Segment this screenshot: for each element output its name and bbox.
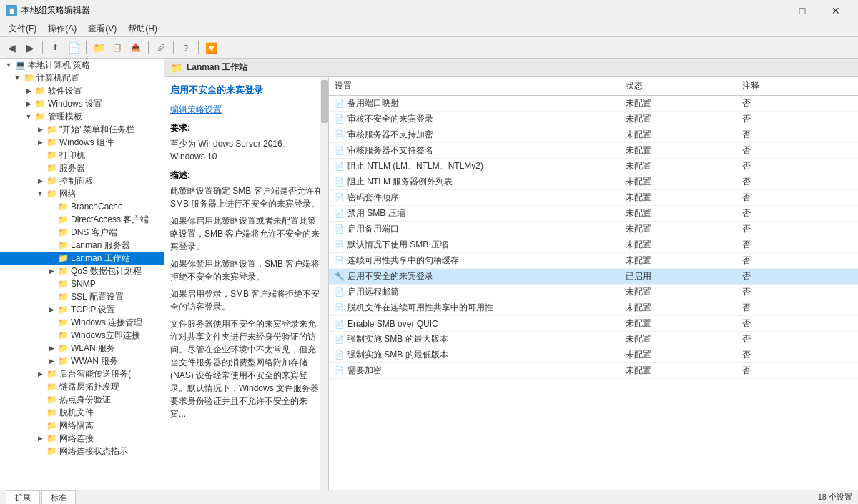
tree-wwan[interactable]: ▶ 📁 WWAN 服务 <box>0 355 164 367</box>
toolbar-filter[interactable]: 🔽 <box>202 39 220 56</box>
row-icon: 📄 <box>335 224 347 234</box>
toolbar-copy[interactable]: 📋 <box>109 39 126 56</box>
tree-link-layer[interactable]: 📁 链路层拓扑发现 <box>0 380 164 393</box>
toolbar-separator-5 <box>198 41 199 54</box>
folder-icon-da: 📁 <box>57 214 69 224</box>
tree-windows-settings[interactable]: ▶ 📁 Windows 设置 <box>0 97 164 110</box>
content-area: 📁 Lanman 工作站 启用不安全的来宾登录 编辑策略设置 要求: 至少为 W… <box>164 59 858 490</box>
tree-ssl-label: SSL 配置设置 <box>71 291 124 303</box>
tree-lanman-workstation[interactable]: 📁 Lanman 工作站 <box>0 252 164 265</box>
toolbar-export[interactable]: 📤 <box>127 39 144 56</box>
tree-admin-templates[interactable]: ▼ 📁 管理模板 <box>0 110 164 123</box>
tree-network-connections[interactable]: ▶ 📁 网络连接 <box>0 432 164 445</box>
menu-action[interactable]: 操作(A) <box>42 21 82 36</box>
table-row[interactable]: 📄审核服务器不支持签名 未配置 否 <box>329 143 858 159</box>
tree-computer-config-label: 计算机配置 <box>36 72 79 84</box>
row-icon: 📄 <box>335 145 347 155</box>
tab-expand[interactable]: 扩展 <box>6 490 40 505</box>
toolbar-help[interactable]: ? <box>177 39 194 56</box>
table-row[interactable]: 📄脱机文件在连续可用性共享中的可用性 未配置 否 <box>329 300 858 316</box>
table-row[interactable]: 📄强制实施 SMB 的最低版本 未配置 否 <box>329 347 858 363</box>
table-row[interactable]: 📄审核不安全的来宾登录 未配置 否 <box>329 112 858 127</box>
row-note: 否 <box>736 253 858 269</box>
desc-scrollbar[interactable] <box>320 77 328 490</box>
toolbar-back[interactable]: ◀ <box>3 39 20 56</box>
row-icon: 📄 <box>335 319 347 329</box>
col-header-status[interactable]: 状态 <box>620 77 736 96</box>
menu-help[interactable]: 帮助(H) <box>122 21 163 36</box>
toolbar-forward[interactable]: ▶ <box>21 39 39 56</box>
tree-bg-intelligent-label: 后台智能传送服务( <box>59 368 131 380</box>
row-note: 否 <box>736 363 858 379</box>
toolbar-doc[interactable]: 📄 <box>65 39 82 56</box>
tree-software-settings[interactable]: ▶ 📁 软件设置 <box>0 84 164 97</box>
table-row[interactable]: 📄禁用 SMB 压缩 未配置 否 <box>329 206 858 222</box>
folder-icon-cc: 📁 <box>23 73 34 83</box>
tree-hotspot-auth[interactable]: 📁 热点身份验证 <box>0 393 164 406</box>
table-row[interactable]: 📄默认情况下使用 SMB 压缩 未配置 否 <box>329 237 858 253</box>
tree-windows-components[interactable]: ▶ 📁 Windows 组件 <box>0 136 164 149</box>
tab-standard[interactable]: 标准 <box>41 490 76 505</box>
row-icon: 📄 <box>335 302 347 312</box>
desc-label: 描述: <box>170 169 322 182</box>
tree-windows-conn-mgr[interactable]: 📁 Windows 连接管理 <box>0 316 164 329</box>
toolbar-props[interactable]: 🖊 <box>152 39 169 56</box>
tree-computer-config[interactable]: ▼ 📁 计算机配置 <box>0 71 164 84</box>
table-row[interactable]: 📄备用端口映射 未配置 否 <box>329 96 858 112</box>
tree-start-menu[interactable]: ▶ 📁 "开始"菜单和任务栏 <box>0 123 164 136</box>
table-row[interactable]: 📄连续可用性共享中的句柄缓存 未配置 否 <box>329 253 858 269</box>
tree-offline-files[interactable]: 📁 脱机文件 <box>0 406 164 419</box>
tree-wlan[interactable]: ▶ 📁 WLAN 服务 <box>0 342 164 355</box>
tree-printer-label: 打印机 <box>59 149 85 162</box>
row-name: 连续可用性共享中的句柄缓存 <box>347 255 459 265</box>
expand-icon-qos: ▶ <box>46 267 57 275</box>
toolbar-folder[interactable]: 📁 <box>90 39 107 56</box>
settings-count: 18 个设置 <box>818 492 852 503</box>
policy-settings-link[interactable]: 编辑策略设置 <box>170 104 222 114</box>
table-row[interactable]: 📄需要加密 未配置 否 <box>329 363 858 379</box>
table-row[interactable]: 📄阻止 NTLM (LM、NTLM、NTLMv2) 未配置 否 <box>329 159 858 174</box>
row-icon: 📄 <box>335 177 347 187</box>
table-row[interactable]: 🔧启用不安全的来宾登录 已启用 否 <box>329 269 858 285</box>
row-name: 备用端口映射 <box>347 98 399 108</box>
tree-direct-access[interactable]: 📁 DirectAccess 客户端 <box>0 213 164 226</box>
tree-lanman-server[interactable]: 📁 Lanman 服务器 <box>0 239 164 252</box>
expand-icon-wwan: ▶ <box>46 357 57 365</box>
tree-network-label: 网络 <box>59 188 77 200</box>
table-row[interactable]: 📄启用备用端口 未配置 否 <box>329 222 858 237</box>
toolbar-up[interactable]: ⬆ <box>46 39 64 56</box>
maximize-button[interactable]: □ <box>786 0 819 21</box>
table-row[interactable]: 📄强制实施 SMB 的最大版本 未配置 否 <box>329 332 858 347</box>
tree-dns-client[interactable]: 📁 DNS 客户端 <box>0 226 164 239</box>
tree-network[interactable]: ▼ 📁 网络 <box>0 187 164 200</box>
menu-view[interactable]: 查看(V) <box>82 21 122 36</box>
row-status: 未配置 <box>620 253 736 269</box>
col-header-setting[interactable]: 设置 <box>329 77 620 96</box>
folder-icon-wcm: 📁 <box>57 317 69 327</box>
tree-snmp[interactable]: 📁 SNMP <box>0 277 164 290</box>
table-row[interactable]: 📄阻止 NTLM 服务器例外列表 未配置 否 <box>329 174 858 190</box>
tree-network-conn-status[interactable]: 📁 网络连接状态指示 <box>0 445 164 458</box>
tree-tcpip[interactable]: ▶ 📁 TCPIP 设置 <box>0 303 164 316</box>
table-row[interactable]: 📄Enable SMB over QUIC 未配置 否 <box>329 316 858 332</box>
tree-ssl[interactable]: 📁 SSL 配置设置 <box>0 290 164 303</box>
settings-panel[interactable]: 设置 状态 注释 📄备用端口映射 未配置 否 📄审核 <box>329 77 858 490</box>
table-row[interactable]: 📄启用远程邮筒 未配置 否 <box>329 285 858 300</box>
tree-network-conn-status-label: 网络连接状态指示 <box>59 445 128 458</box>
tree-branch-cache[interactable]: 📁 BranchCache <box>0 200 164 213</box>
col-header-note[interactable]: 注释 <box>736 77 858 96</box>
tree-bg-intelligent[interactable]: ▶ 📁 后台智能传送服务( <box>0 367 164 380</box>
tree-qos[interactable]: ▶ 📁 QoS 数据包计划程 <box>0 265 164 277</box>
tree-root[interactable]: ▼ 💻 本地计算机 策略 <box>0 59 164 71</box>
close-button[interactable]: ✕ <box>819 0 852 21</box>
minimize-button[interactable]: ─ <box>752 0 785 21</box>
tree-windows-inst-conn[interactable]: 📁 Windows立即连接 <box>0 329 164 342</box>
tree-control-panel[interactable]: ▶ 📁 控制面板 <box>0 174 164 187</box>
tree-server[interactable]: 📁 服务器 <box>0 162 164 174</box>
row-status: 未配置 <box>620 190 736 206</box>
table-row[interactable]: 📄审核服务器不支持加密 未配置 否 <box>329 127 858 143</box>
tree-printer[interactable]: 📁 打印机 <box>0 149 164 162</box>
menu-file[interactable]: 文件(F) <box>3 21 42 36</box>
tree-network-isolation[interactable]: 📁 网络隔离 <box>0 419 164 432</box>
table-row[interactable]: 📄密码套件顺序 未配置 否 <box>329 190 858 206</box>
